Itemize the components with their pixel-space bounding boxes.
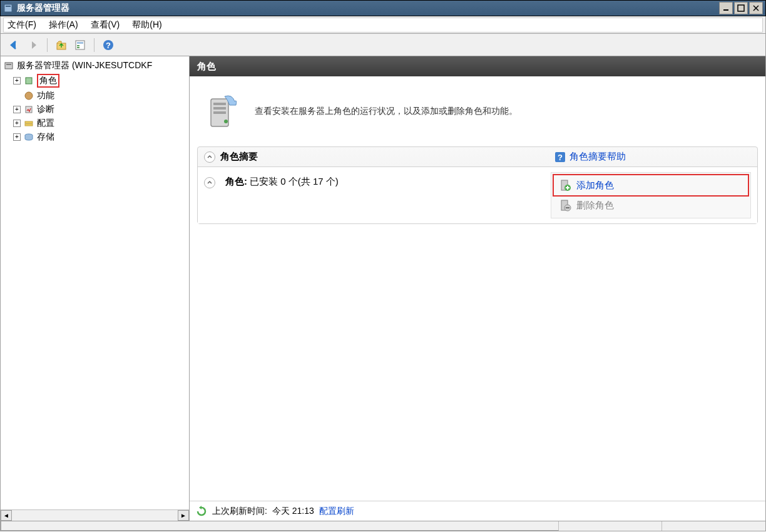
svg-point-14 — [25, 92, 33, 100]
svg-rect-22 — [213, 111, 226, 114]
tree-diagnostics-label: 诊断 — [37, 104, 54, 115]
roles-count: 角色: 已安装 0 个(共 17 个) — [225, 176, 339, 188]
svg-point-23 — [224, 120, 228, 123]
summary-help-label: 角色摘要帮助 — [569, 151, 626, 163]
tree-content: 服务器管理器 (WIN-JKESUTCDKF + 角色 + 功能 + 诊断 + … — [1, 56, 189, 509]
tree-item-diagnostics[interactable]: + 诊断 — [1, 103, 189, 116]
help-button[interactable]: ? — [101, 38, 116, 53]
close-button[interactable] — [749, 2, 763, 14]
tree-item-storage[interactable]: + 存储 — [1, 130, 189, 144]
status-segment-main — [1, 521, 559, 531]
tree-item-configuration[interactable]: + 配置 — [1, 116, 189, 130]
add-role-icon — [559, 179, 571, 192]
summary-left: 角色: 已安装 0 个(共 17 个) — [204, 172, 551, 218]
tree-root[interactable]: 服务器管理器 (WIN-JKESUTCDKF — [1, 59, 189, 73]
roles-icon — [23, 75, 34, 86]
features-icon — [23, 90, 34, 101]
svg-rect-12 — [6, 64, 11, 65]
main-area: 服务器管理器 (WIN-JKESUTCDKF + 角色 + 功能 + 诊断 + … — [0, 56, 766, 521]
svg-rect-1 — [6, 6, 11, 7]
content-header: 角色 — [190, 56, 765, 76]
back-button[interactable] — [7, 38, 22, 53]
svg-rect-0 — [4, 4, 12, 12]
add-role-link[interactable]: 添加角色 — [553, 174, 749, 197]
svg-text:?: ? — [558, 153, 563, 162]
server-role-icon — [202, 91, 242, 131]
menu-file[interactable]: 文件(F) — [8, 19, 36, 31]
content-spacer — [197, 224, 758, 493]
expand-icon[interactable]: + — [13, 133, 21, 141]
window-titlebar: 服务器管理器 — [0, 0, 766, 16]
tree-storage-label: 存储 — [37, 131, 54, 143]
collapse-button-inner[interactable] — [204, 177, 215, 188]
collapse-button[interactable] — [204, 151, 215, 163]
minimize-button[interactable] — [719, 2, 733, 14]
content-panel: 角色 查看安装在服务器上角色的运行状况，以及添加或删除角色和功能。 — [190, 56, 765, 521]
maximize-button[interactable] — [734, 2, 748, 14]
svg-rect-8 — [77, 47, 79, 48]
content-body: 查看安装在服务器上角色的运行状况，以及添加或删除角色和功能。 角色摘要 ? 角色… — [190, 76, 765, 501]
info-box: 查看安装在服务器上角色的运行状况，以及添加或删除角色和功能。 — [197, 84, 758, 144]
remove-role-label: 删除角色 — [576, 200, 614, 212]
content-header-title: 角色 — [197, 61, 216, 73]
info-text: 查看安装在服务器上角色的运行状况，以及添加或删除角色和功能。 — [255, 106, 518, 117]
summary-header: 角色摘要 ? 角色摘要帮助 — [198, 147, 757, 167]
svg-rect-7 — [77, 45, 79, 46]
menubar: 文件(F) 操作(A) 查看(V) 帮助(H) — [0, 16, 766, 34]
svg-rect-2 — [723, 9, 728, 11]
refresh-icon — [196, 506, 207, 517]
svg-rect-17 — [25, 124, 33, 126]
svg-rect-11 — [5, 63, 13, 69]
summary-title: 角色摘要 — [220, 151, 554, 163]
toolbar: ? — [0, 34, 766, 56]
toolbar-separator — [94, 38, 94, 52]
svg-rect-13 — [26, 78, 32, 84]
svg-rect-6 — [77, 42, 83, 44]
last-refresh-label: 上次刷新时间: — [212, 506, 267, 517]
statusbar — [0, 521, 766, 531]
svg-rect-15 — [26, 106, 32, 113]
menu-action[interactable]: 操作(A) — [49, 19, 78, 31]
roles-label: 角色: — [225, 176, 247, 187]
scroll-left-button[interactable]: ◄ — [1, 510, 12, 521]
summary-body: 角色: 已安装 0 个(共 17 个) 添加角色 — [198, 167, 757, 223]
storage-icon — [23, 131, 34, 143]
svg-rect-3 — [738, 5, 744, 11]
menu-view[interactable]: 查看(V) — [91, 19, 120, 31]
expand-icon[interactable]: + — [13, 77, 21, 84]
server-icon — [3, 60, 14, 71]
summary-help-link[interactable]: ? 角色摘要帮助 — [554, 151, 626, 163]
menu-help[interactable]: 帮助(H) — [132, 19, 161, 31]
content-footer: 上次刷新时间: 今天 21:13 配置刷新 — [190, 501, 765, 521]
expand-icon[interactable]: + — [13, 106, 21, 113]
window-title: 服务器管理器 — [17, 3, 719, 14]
svg-text:?: ? — [106, 41, 111, 50]
status-segment-3 — [662, 521, 765, 531]
status-segment-2 — [559, 521, 662, 531]
tree-item-roles[interactable]: + 角色 — [1, 73, 189, 89]
scroll-right-button[interactable]: ► — [178, 510, 189, 521]
svg-rect-20 — [213, 103, 226, 105]
remove-role-link[interactable]: 删除角色 — [554, 195, 748, 215]
configure-refresh-link[interactable]: 配置刷新 — [319, 506, 354, 517]
scroll-track[interactable] — [12, 510, 178, 521]
summary-actions: 添加角色 删除角色 — [551, 172, 751, 218]
remove-role-icon — [559, 199, 571, 212]
tree-configuration-label: 配置 — [37, 118, 54, 129]
tree-root-label: 服务器管理器 (WIN-JKESUTCDKF — [17, 60, 152, 71]
diagnostics-icon — [23, 104, 34, 115]
tree-horizontal-scrollbar[interactable]: ◄ ► — [1, 509, 189, 521]
expand-icon[interactable]: + — [13, 120, 21, 127]
up-folder-button[interactable] — [54, 38, 69, 53]
roles-summary-section: 角色摘要 ? 角色摘要帮助 角色: 已安装 0 个(共 17 个) — [197, 146, 758, 224]
svg-rect-21 — [213, 107, 226, 110]
svg-rect-16 — [25, 121, 33, 123]
tree-panel: 服务器管理器 (WIN-JKESUTCDKF + 角色 + 功能 + 诊断 + … — [1, 56, 190, 521]
properties-button[interactable] — [73, 38, 88, 53]
tree-roles-label: 角色 — [37, 74, 59, 88]
help-icon: ? — [554, 151, 566, 163]
forward-button[interactable] — [26, 38, 41, 53]
roles-count-value: 已安装 0 个(共 17 个) — [250, 176, 339, 187]
tree-item-features[interactable]: + 功能 — [1, 89, 189, 103]
app-icon — [3, 3, 13, 13]
